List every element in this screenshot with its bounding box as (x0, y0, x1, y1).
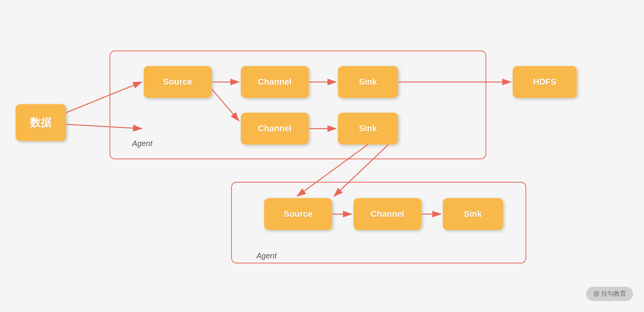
agent1-channel2-node: Channel (241, 113, 309, 145)
agent1-label: Agent (132, 139, 152, 148)
diagram: Agent Agent 数据 Source Channel Channel Si… (0, 0, 644, 312)
agent1-sink1-node: Sink (338, 66, 398, 98)
watermark: @ 拉勾教育 (586, 287, 633, 301)
agent1-source-node: Source (144, 66, 212, 98)
agent1-sink2-node: Sink (338, 113, 398, 145)
agent1-channel1-node: Channel (241, 66, 309, 98)
hdfs-node: HDFS (513, 66, 577, 98)
data-node: 数据 (16, 104, 66, 141)
agent2-channel-node: Channel (353, 198, 421, 230)
agent2-source-node: Source (264, 198, 332, 230)
agent2-sink-node: Sink (443, 198, 503, 230)
agent2-label: Agent (256, 251, 277, 260)
